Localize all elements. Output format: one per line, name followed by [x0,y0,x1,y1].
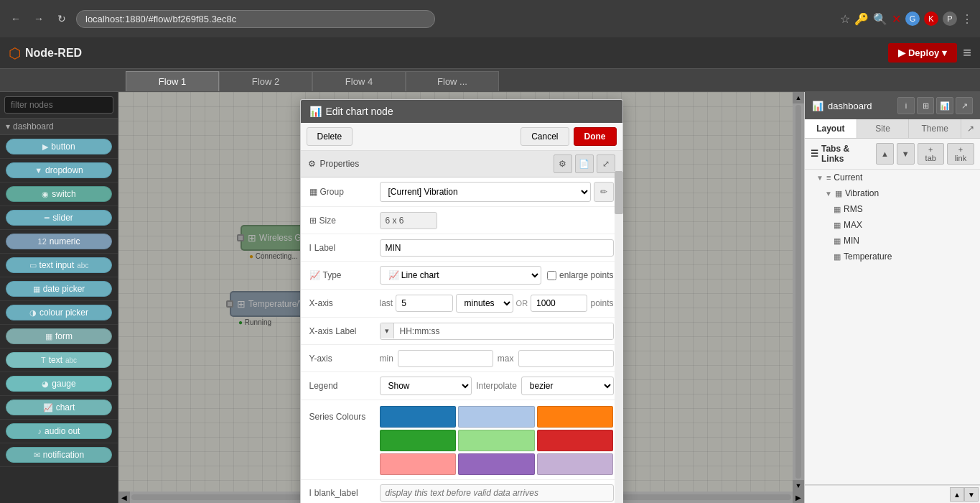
deploy-icon: ▶ [898,47,905,58]
chart-icon-btn[interactable]: 📊 [936,97,953,114]
colour-swatch-8[interactable] [537,453,614,475]
address-bar[interactable]: localhost:1880/#flow/bf269f85.3ec8c [76,10,435,28]
yaxis-min-input[interactable] [398,350,493,367]
document-icon-btn[interactable]: 📄 [575,154,594,173]
rpanel-scroll-up-btn[interactable]: ▲ [950,487,964,502]
blank-label-row: I blank_label [301,480,622,503]
profile-icon1[interactable]: G [905,11,920,26]
sidebar-item-button[interactable]: ▶ button [0,135,118,159]
back-button[interactable]: ← [7,10,24,27]
size-row: ⊞ Size [301,207,622,234]
sidebar-section-dashboard[interactable]: ▾ dashboard [0,119,118,135]
gauge-icon: ◕ [42,379,49,389]
modal-scrollbar[interactable] [615,171,623,503]
colour-swatch-5[interactable] [537,430,614,451]
colour-swatch-0[interactable] [380,406,457,428]
legend-select[interactable]: Show Hide [380,377,472,395]
colour-swatch-7[interactable] [458,453,535,475]
settings-icon-btn[interactable]: ⚙ [554,154,572,173]
tree-item-vibration[interactable]: ▼ ▦ Vibration [805,185,980,201]
sidebar-item-notification[interactable]: ✉ notification [0,443,118,467]
rpanel-scroll-down-btn[interactable]: ▼ [964,487,979,502]
add-link-btn[interactable]: + link [947,143,974,165]
xaxis-num-input[interactable] [396,295,452,312]
more-menu-icon[interactable]: ⋮ [961,12,973,26]
sidebar-item-audio-out[interactable]: ♪ audio out [0,420,118,443]
xaxis-label-dropdown[interactable]: ▾ HH:mm:ss [380,323,614,340]
interpolate-select[interactable]: bezier linear step [521,377,614,395]
group-select[interactable]: [Current] Vibration [380,182,591,202]
done-button[interactable]: Done [574,127,617,146]
profile-icon3[interactable]: P [943,11,957,26]
tree-item-rms[interactable]: ▦ RMS [805,201,980,217]
tab-layout[interactable]: Layout [805,119,857,138]
blank-label-input[interactable] [380,484,614,502]
sidebar-item-dropdown[interactable]: ▼ dropdown [0,159,118,183]
deploy-button[interactable]: ▶ Deploy ▾ [888,43,957,63]
sidebar-item-gauge[interactable]: ◕ gauge [0,372,118,396]
sidebar-item-text-input[interactable]: ▭ text input abc [0,254,118,277]
xaxis-unit-select[interactable]: minutes hours seconds [456,294,513,313]
delete-button[interactable]: Delete [307,127,353,146]
colour-swatch-4[interactable] [458,430,535,451]
yaxis-row: Y-axis min max [301,345,622,372]
sidebar-item-switch[interactable]: ◉ switch [0,183,118,206]
colour-picker-icon: ◑ [29,308,37,318]
enlarge-points-checkbox[interactable] [547,271,556,280]
sidebar-item-text[interactable]: T text abc [0,349,118,372]
sidebar-item-date-picker[interactable]: ▦ date picker [0,277,118,301]
layout-icon-btn[interactable]: ⊞ [917,97,934,114]
yaxis-max-input[interactable] [518,350,614,367]
flow-tab-2[interactable]: Flow 2 [219,71,312,91]
external-link-icon-btn[interactable]: ↗ [956,97,973,114]
tree-item-max[interactable]: ▦ MAX [805,217,980,233]
star-icon[interactable]: ☆ [840,12,850,26]
flow-tab-4[interactable]: Flow 4 [312,71,406,91]
main-layout: ▾ dashboard ▶ button ▼ dropdown ◉ switch [0,92,980,503]
tree-item-min[interactable]: ▦ MIN [805,233,980,249]
xaxis-points-input[interactable] [531,295,587,312]
colour-swatch-1[interactable] [458,406,535,428]
rpanel-section-tabs-links: ☰ Tabs & Links ▲ ▼ + tab + link [805,139,980,170]
tree-item-temperature[interactable]: ▦ Temperature [805,249,980,264]
menu-button[interactable]: ≡ [963,45,971,61]
flow-tab-more[interactable]: Flow ... [406,71,499,91]
search-input[interactable] [4,96,113,114]
xaxis-label: X-axis [309,298,374,308]
refresh-button[interactable]: ↻ [53,10,70,27]
extension-icon1[interactable]: 🔑 [854,12,869,26]
modal-header: 📊 Edit chart node [301,100,622,123]
extension-icon2[interactable]: 🔍 [873,12,887,26]
profile-icon2[interactable]: K [924,11,938,26]
tab-theme[interactable]: Theme [909,119,961,138]
label-input[interactable] [380,239,614,257]
tab-site[interactable]: Site [857,119,910,138]
sidebar-item-colour-picker[interactable]: ◑ colour picker [0,301,118,325]
vibration-chevron-icon: ▼ [825,190,832,198]
extension-icon3[interactable]: ✕ [892,12,901,26]
xaxis-inputs: last minutes hours seconds OR [380,294,614,313]
group-label: ▦ Group [309,187,374,197]
tree-item-current[interactable]: ▼ ≡ Current [805,170,980,185]
expand-icon-btn[interactable]: ⤢ [597,154,615,173]
sidebar-item-slider[interactable]: ━ slider [0,206,118,230]
colour-swatch-3[interactable] [380,430,457,451]
colour-swatch-6[interactable] [380,453,457,475]
size-input[interactable] [380,212,437,229]
xaxis-label-toggle[interactable]: ▾ [381,323,394,338]
sidebar-item-form[interactable]: ▦ form [0,325,118,349]
group-edit-button[interactable]: ✏ [594,182,614,202]
colour-swatch-2[interactable] [537,406,614,428]
canvas-area[interactable]: ⊞ Wireless Gateway ● Connecting... msg ⊞… [118,92,804,503]
cancel-button[interactable]: Cancel [521,127,569,146]
sidebar-item-chart[interactable]: 📈 chart [0,396,118,420]
add-tab-btn[interactable]: + tab [918,143,944,165]
flow-tab-1[interactable]: Flow 1 [126,71,219,91]
info-icon-btn[interactable]: i [897,97,915,114]
down-arrow-btn[interactable]: ▼ [897,143,915,165]
forward-button[interactable]: → [30,10,47,27]
up-arrow-btn[interactable]: ▲ [876,143,894,165]
tab-expand[interactable]: ↗ [961,119,980,138]
sidebar-item-numeric[interactable]: 12 numeric [0,230,118,254]
type-select[interactable]: 📈 Line chart [380,266,542,285]
